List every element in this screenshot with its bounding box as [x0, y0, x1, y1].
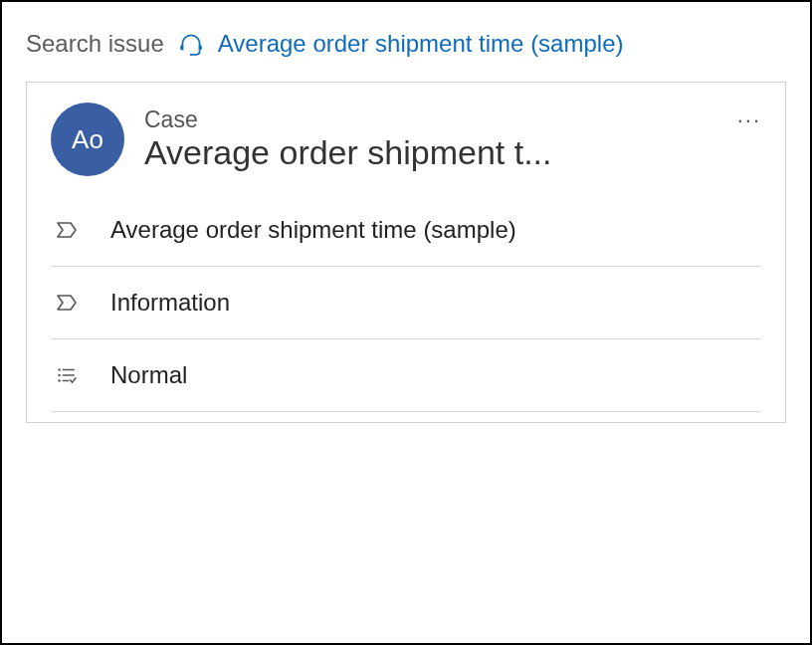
case-header-text: Case Average order shipment t...	[144, 107, 761, 172]
svg-point-1	[58, 368, 60, 370]
more-actions-button[interactable]: ...	[737, 103, 761, 128]
detail-row[interactable]: Information	[51, 267, 761, 339]
breadcrumb-search-issue[interactable]: Search issue	[26, 30, 164, 58]
svg-point-3	[58, 374, 60, 376]
filter-icon	[55, 364, 83, 386]
case-title: Average order shipment t...	[144, 133, 761, 172]
detail-row[interactable]: Average order shipment time (sample)	[51, 194, 761, 267]
detail-row-label: Normal	[110, 361, 761, 389]
breadcrumb: Search issue Average order shipment time…	[26, 30, 786, 58]
case-card-header: Ao Case Average order shipment t... ...	[51, 103, 761, 176]
case-type-label: Case	[144, 107, 761, 133]
avatar-initials: Ao	[72, 124, 103, 155]
svg-point-5	[58, 379, 60, 381]
svg-point-0	[190, 54, 192, 56]
case-card: Ao Case Average order shipment t... ... …	[26, 82, 786, 423]
chevron-icon	[55, 291, 83, 315]
chevron-icon	[55, 218, 83, 242]
breadcrumb-current-case[interactable]: Average order shipment time (sample)	[218, 30, 624, 58]
detail-row-label: Information	[110, 289, 761, 317]
panel-container: Search issue Average order shipment time…	[0, 0, 812, 645]
headset-icon	[178, 31, 204, 57]
detail-row[interactable]: Normal	[51, 339, 761, 412]
detail-row-label: Average order shipment time (sample)	[110, 216, 761, 244]
avatar: Ao	[51, 103, 124, 176]
